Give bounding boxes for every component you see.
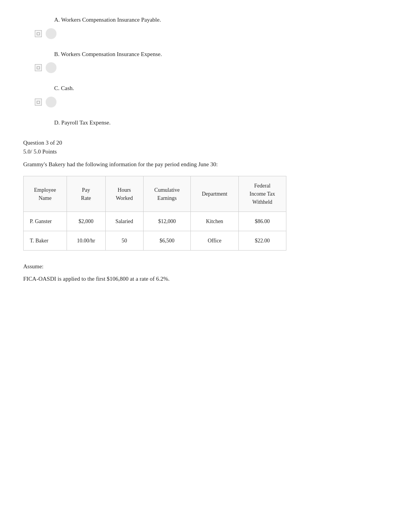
payroll-table: EmployeeName PayRate HoursWorked Cumulat… [23,176,286,251]
option-d-text: D. Payroll Tax Expense. [54,118,388,127]
ganster-department: Kitchen [191,212,238,231]
option-b: B. Workers Compensation Insurance Expens… [23,50,388,73]
col-header-federal-tax: FederalIncome TaxWithheld [238,176,286,212]
option-a-dot [46,28,57,39]
assume-text: FICA-OASDI is applied to the first $106,… [23,274,388,283]
option-b-checkbox[interactable]: □ [35,64,42,71]
col-header-department: Department [191,176,238,212]
ganster-federal-tax: $86.00 [238,212,286,231]
option-a-radio-row: □ [35,28,388,39]
col-header-hours: HoursWorked [105,176,143,212]
option-c-radio-row: □ [35,97,388,107]
assume-section: Assume: FICA-OASDI is applied to the fir… [23,262,388,283]
question-points: 5.0/ 5.0 Points [23,147,388,156]
option-c-checkbox[interactable]: □ [35,99,42,106]
baker-department: Office [191,231,238,251]
option-b-radio-row: □ [35,62,388,73]
baker-pay-rate: 10.00/hr [67,231,105,251]
question-text: Grammy's Bakery had the following inform… [23,160,388,169]
baker-employee: T. Baker [24,231,67,251]
ganster-cumulative: $12,000 [143,212,190,231]
ganster-pay-rate: $2,000 [67,212,105,231]
option-b-dot [46,62,57,73]
baker-cumulative: $6,500 [143,231,190,251]
option-d: D. Payroll Tax Expense. [23,118,388,127]
option-c-dot [46,97,57,107]
col-header-employee: EmployeeName [24,176,67,212]
option-b-text: B. Workers Compensation Insurance Expens… [54,50,388,59]
baker-federal-tax: $22.00 [238,231,286,251]
assume-label: Assume: [23,262,388,271]
ganster-employee: P. Ganster [24,212,67,231]
option-a: A. Workers Compensation Insurance Payabl… [23,15,388,39]
option-c: C. Cash. □ [23,84,388,107]
question-number: Question 3 of 20 [23,138,388,147]
option-a-text: A. Workers Compensation Insurance Payabl… [54,15,388,24]
table-row-baker: T. Baker 10.00/hr 50 $6,500 Office $22.0… [24,231,286,251]
ganster-hours: Salaried [105,212,143,231]
option-a-checkbox[interactable]: □ [35,30,42,37]
table-header-row: EmployeeName PayRate HoursWorked Cumulat… [24,176,286,212]
col-header-pay-rate: PayRate [67,176,105,212]
table-row-ganster: P. Ganster $2,000 Salaried $12,000 Kitch… [24,212,286,231]
baker-hours: 50 [105,231,143,251]
col-header-cumulative: CumulativeEarnings [143,176,190,212]
option-c-text: C. Cash. [54,84,388,93]
question-meta: Question 3 of 20 5.0/ 5.0 Points [23,138,388,156]
